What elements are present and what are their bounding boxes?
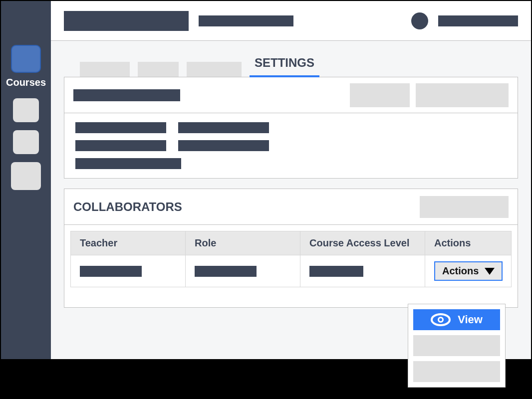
avatar[interactable] [411, 12, 428, 29]
collaborators-card: COLLABORATORS Teach [64, 189, 518, 308]
tab-placeholder-2[interactable] [138, 62, 179, 77]
collaborators-body: Teacher Role Course Access Level Actions [64, 225, 518, 307]
col-access: Course Access Level [300, 231, 425, 255]
field-placeholder-3 [75, 140, 166, 151]
field-placeholder-1 [75, 122, 166, 133]
collaborators-title: COLLABORATORS [73, 200, 182, 214]
table-row: Actions [71, 255, 512, 287]
dropdown-view-label: View [458, 313, 483, 326]
tab-placeholder-3[interactable] [187, 62, 242, 77]
nav-item-placeholder-1[interactable] [13, 98, 39, 122]
settings-card-body [64, 113, 518, 178]
collaborators-table: Teacher Role Course Access Level Actions [70, 231, 512, 287]
nav-courses-label: Courses [6, 77, 46, 88]
row-actions-label: Actions [442, 265, 479, 277]
header-title-placeholder [64, 11, 189, 31]
cell-role-placeholder [195, 266, 257, 277]
settings-card-button-2[interactable] [416, 83, 509, 107]
settings-card [64, 77, 518, 179]
settings-card-header [64, 77, 518, 113]
field-placeholder-2 [178, 122, 269, 133]
tabs: SETTINGS [64, 41, 518, 77]
dropdown-item-placeholder-2[interactable] [413, 361, 500, 382]
dropdown-view[interactable]: View [413, 309, 500, 330]
header-user-name-placeholder [438, 15, 518, 26]
cell-teacher-placeholder [80, 266, 142, 277]
col-teacher: Teacher [71, 231, 186, 255]
field-placeholder-4 [178, 140, 269, 151]
sidebar: Courses [1, 1, 51, 359]
nav-item-placeholder-2[interactable] [13, 130, 39, 154]
cell-access-placeholder [309, 266, 363, 277]
header-subtitle-placeholder [199, 15, 293, 26]
field-placeholder-5 [75, 158, 181, 169]
col-actions: Actions [425, 231, 512, 255]
row-actions-dropdown[interactable]: Actions [434, 261, 503, 281]
col-role: Role [186, 231, 300, 255]
settings-card-button-1[interactable] [350, 83, 410, 107]
tab-placeholder-1[interactable] [80, 62, 130, 77]
actions-dropdown-menu: View [408, 304, 506, 388]
settings-card-title-placeholder [73, 89, 180, 101]
table-header-row: Teacher Role Course Access Level Actions [71, 231, 512, 255]
dropdown-item-placeholder-1[interactable] [413, 335, 500, 356]
header [51, 1, 531, 41]
nav-item-placeholder-3[interactable] [11, 162, 41, 190]
caret-down-icon [485, 268, 495, 275]
svg-point-2 [439, 318, 442, 321]
eye-icon [431, 313, 451, 327]
tab-settings[interactable]: SETTINGS [250, 54, 319, 77]
collaborators-header-button[interactable] [420, 196, 509, 218]
nav-courses[interactable] [11, 45, 41, 73]
collaborators-header: COLLABORATORS [64, 189, 518, 225]
